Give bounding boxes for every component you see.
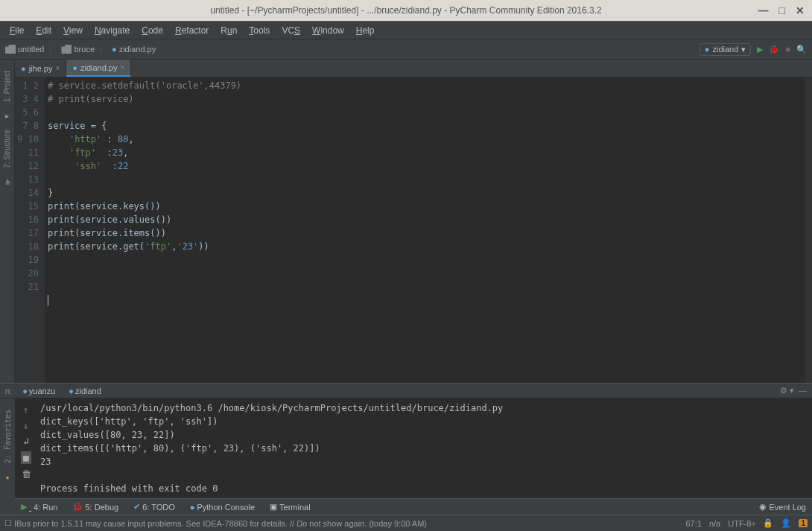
run-panel-label: n: xyxy=(5,387,12,395)
code-editor[interactable]: 1 2 3 4 5 6 7 8 9 10 11 12 13 14 15 16 1… xyxy=(15,77,812,383)
soft-wrap-icon[interactable]: ↲ xyxy=(23,436,29,447)
minimize-panel-icon[interactable]: — xyxy=(799,386,807,395)
minimize-button[interactable]: — xyxy=(758,4,769,16)
menu-view[interactable]: View xyxy=(59,24,87,37)
run-panel: n: ●yuanzu ●zidiand ⚙ ▾ — 2: Favorites ★… xyxy=(0,383,812,498)
debug-button[interactable]: 🐞 xyxy=(769,45,779,54)
menu-bar: File Edit View Navigate Code Refactor Ru… xyxy=(0,21,812,39)
chevron-down-icon: ▾ xyxy=(741,45,746,54)
crumb-folder[interactable]: bruce xyxy=(74,45,95,54)
crumb-file[interactable]: zidiand.py xyxy=(119,45,156,54)
status-message[interactable]: IBus prior to 1.5.11 may cause input pro… xyxy=(14,519,427,528)
status-hint-icon: ☐ xyxy=(4,518,12,528)
status-warnings[interactable]: 1 xyxy=(799,519,808,527)
run-button[interactable]: ▶ xyxy=(757,45,763,54)
project-icon: ▸ xyxy=(5,112,9,120)
status-indent: n/a xyxy=(709,519,720,528)
left-tool-strip: 1: Project ▸ 7: Structure ⋔ xyxy=(0,60,15,383)
close-tab-icon[interactable]: × xyxy=(121,63,125,71)
status-caret-pos: 67:1 xyxy=(686,519,702,528)
python-file-icon: ● xyxy=(705,45,710,54)
editor-tab[interactable]: ● jihe.py × xyxy=(15,60,66,77)
chevron-right-icon: 〉 xyxy=(99,44,107,55)
crumb-root[interactable]: untitled xyxy=(18,45,44,54)
error-stripe xyxy=(805,77,812,383)
lock-icon[interactable]: 🔒 xyxy=(763,518,773,528)
menu-vcs[interactable]: VCS xyxy=(277,24,305,37)
run-tab[interactable]: ●zidiand xyxy=(66,385,104,397)
run-config-selector[interactable]: ● zidiand ▾ xyxy=(700,43,752,56)
menu-edit[interactable]: Edit xyxy=(31,24,56,37)
star-icon: ★ xyxy=(5,473,10,481)
folder-icon xyxy=(61,45,72,54)
run-console-output[interactable]: /usr/local/python3/bin/python3.6 /home/k… xyxy=(37,398,812,498)
python-file-icon: ● xyxy=(112,45,117,54)
menu-help[interactable]: Help xyxy=(352,24,379,37)
search-everywhere-icon[interactable]: 🔍 xyxy=(796,45,807,54)
chevron-right-icon: 〉 xyxy=(48,44,57,55)
tool-favorites[interactable]: 2: Favorites xyxy=(4,402,12,471)
code-area[interactable]: # service.setdefault('oracle',44379) # p… xyxy=(45,77,805,383)
python-file-icon: ● xyxy=(21,64,26,73)
tab-label: zidiand.py xyxy=(80,63,118,72)
status-encoding[interactable]: UTF-8÷ xyxy=(728,519,755,528)
menu-navigate[interactable]: Navigate xyxy=(90,24,134,37)
run-tab[interactable]: ●yuanzu xyxy=(19,385,58,397)
title-bar: untitled - [~/PycharmProjects/untitled] … xyxy=(0,0,812,21)
rerun-icon[interactable]: ↑ xyxy=(23,404,29,416)
python-file-icon: ● xyxy=(72,63,77,72)
print-icon[interactable]: ■ xyxy=(21,451,31,464)
run-action-icons: ↑ ↓ ↲ ■ 🗑 xyxy=(15,398,37,498)
close-button[interactable]: ✕ xyxy=(796,4,805,16)
editor-tab[interactable]: ● zidiand.py × xyxy=(66,60,131,77)
tool-debug[interactable]: 🐞5: Debug xyxy=(72,502,118,512)
folder-icon xyxy=(5,45,16,54)
tool-event-log[interactable]: ◉Event Log xyxy=(759,502,806,512)
menu-code[interactable]: Code xyxy=(137,24,168,37)
run-config-name: zidiand xyxy=(712,45,738,54)
tool-terminal[interactable]: ▣Terminal xyxy=(270,502,311,512)
menu-run[interactable]: Run xyxy=(216,24,241,37)
hector-icon[interactable]: 👤 xyxy=(781,518,791,528)
stop-button[interactable]: ■ xyxy=(785,45,790,54)
gear-icon[interactable]: ⚙ ▾ xyxy=(780,386,794,395)
tool-structure[interactable]: 7: Structure xyxy=(3,122,11,176)
line-gutter: 1 2 3 4 5 6 7 8 9 10 11 12 13 14 15 16 1… xyxy=(15,77,45,383)
editor-tab-bar: ● jihe.py × ● zidiand.py × xyxy=(15,60,812,77)
window-title: untitled - [~/PycharmProjects/untitled] … xyxy=(210,5,601,16)
clear-icon[interactable]: 🗑 xyxy=(22,468,31,480)
menu-file[interactable]: File xyxy=(5,24,28,37)
tool-run[interactable]: ▶ 4: Run xyxy=(21,502,57,512)
favorites-strip: 2: Favorites ★ xyxy=(0,398,15,498)
tab-label: jihe.py xyxy=(29,64,53,73)
close-tab-icon[interactable]: × xyxy=(55,64,60,72)
menu-window[interactable]: Window xyxy=(308,24,349,37)
structure-icon: ⋔ xyxy=(4,178,10,186)
tool-project[interactable]: 1: Project xyxy=(3,63,11,109)
stop-icon[interactable]: ↓ xyxy=(23,420,29,431)
status-bar: ☐ IBus prior to 1.5.11 may cause input p… xyxy=(0,515,812,531)
maximize-button[interactable]: □ xyxy=(779,4,785,16)
tool-python-console[interactable]: ●Python Console xyxy=(190,503,255,512)
nav-bar: untitled 〉 bruce 〉 ● zidiand.py ● zidian… xyxy=(0,39,812,60)
tool-todo[interactable]: ✔6: TODO xyxy=(133,502,175,512)
menu-refactor[interactable]: Refactor xyxy=(171,24,213,37)
menu-tools[interactable]: Tools xyxy=(244,24,274,37)
bottom-tool-bar: ▶ 4: Run 🐞5: Debug ✔6: TODO ●Python Cons… xyxy=(15,498,812,515)
